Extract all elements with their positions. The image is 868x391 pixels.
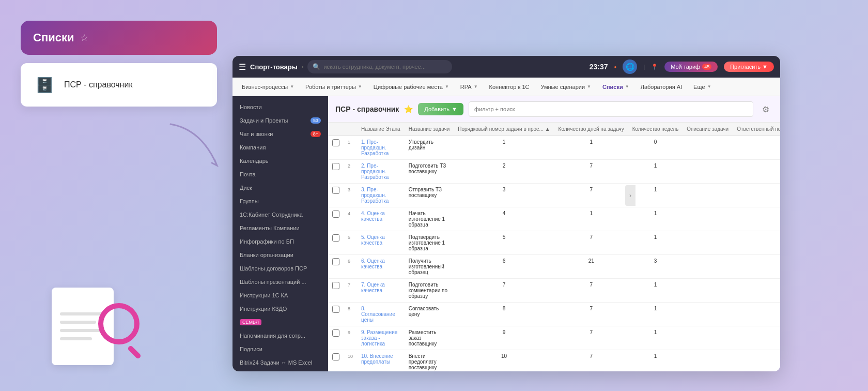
stage-link[interactable]: 5. Оценка качества	[361, 234, 385, 246]
add-button[interactable]: Добавить ▼	[418, 103, 463, 115]
nav-digital-workplaces[interactable]: Цифровые рабочие места ▼	[368, 81, 454, 93]
stage-link[interactable]: 8. Согласование цены	[361, 306, 395, 323]
col-order[interactable]: Порядковый номер задачи в прое... ▲	[454, 123, 554, 136]
cell-description	[683, 160, 733, 184]
table-header-row: Название Этапа Название задачи Порядковы…	[328, 123, 780, 136]
cell-checkbox[interactable]	[328, 231, 344, 255]
sidebar-item-blanks[interactable]: Бланки организации	[233, 248, 328, 262]
nav-smart-scenarios[interactable]: Умные сценарии ▼	[535, 81, 596, 93]
cell-checkbox[interactable]	[328, 326, 344, 350]
left-panel: Списки ☆ 🗄️ ПСР - справочник	[21, 21, 217, 107]
cell-checkbox[interactable]	[328, 207, 344, 231]
cell-days: 1	[554, 207, 628, 231]
globe-button[interactable]: 🌐	[623, 59, 637, 74]
cell-weeks: 1	[628, 326, 683, 350]
cell-checkbox[interactable]	[328, 303, 344, 326]
stage-link[interactable]: 1. Пре-продакшн. Разработка	[361, 139, 389, 156]
cell-task: Утвердить дизайн	[405, 136, 454, 160]
stage-link[interactable]: 10. Внесение предоплаты	[361, 353, 393, 365]
main-window: ☰ Спорт-товары • 🔍 23:37 ● 🌐 | 📍 Мой тар…	[233, 56, 780, 371]
nav-connector-1c[interactable]: Коннектор к 1С	[484, 81, 535, 93]
tariff-button[interactable]: Мой тариф 45	[664, 62, 718, 72]
settings-button[interactable]: ⚙	[758, 102, 773, 116]
sidebar-item-calendar[interactable]: Календарь	[233, 154, 328, 168]
sidebar-item-presentations[interactable]: Шаблоны презентаций ...	[233, 275, 328, 289]
cell-task: Начать изготовление 1 образца	[405, 207, 454, 231]
stage-link[interactable]: 2. Пре-продакшн. Разработка	[361, 163, 389, 180]
cell-order: 5	[454, 231, 554, 255]
stage-link[interactable]: 9. Размещение заказа - логистика	[361, 329, 397, 347]
sidebar-item-infographics[interactable]: Инфографики по БП	[233, 235, 328, 248]
nav-robots[interactable]: Роботы и триттеры ▼	[300, 81, 367, 93]
nav-lists[interactable]: Списки ▼	[597, 81, 634, 93]
nav-label: Ещё	[693, 84, 705, 90]
chevron-down-icon: ▼	[625, 84, 629, 89]
stage-link[interactable]: 6. Оценка качества	[361, 258, 385, 269]
chevron-down-icon: ▼	[358, 84, 362, 89]
cell-weeks: 1	[628, 303, 683, 326]
col-checkbox	[328, 123, 344, 136]
sidebar-item-contracts[interactable]: Шаблоны договоров ПСР	[233, 262, 328, 275]
sidebar-item-reminders[interactable]: Напоминания для сотр...	[233, 329, 328, 342]
nav-ai-lab[interactable]: Лаборатория AI	[636, 81, 687, 93]
cell-num: 5	[344, 231, 357, 255]
sidebar-item-groups[interactable]: Группы	[233, 194, 328, 208]
cell-checkbox[interactable]	[328, 279, 344, 303]
cell-checkbox[interactable]	[328, 160, 344, 184]
cell-task: Подтвердить изготовление 1 образца	[405, 231, 454, 255]
cell-description	[683, 136, 733, 160]
table-container: Название Этапа Название задачи Порядковы…	[328, 123, 780, 371]
stage-link[interactable]: 3. Пре-продакшн. Разработка	[361, 187, 389, 204]
invite-button[interactable]: Пригласить ▼	[724, 62, 774, 72]
psr-card[interactable]: 🗄️ ПСР - справочник	[21, 63, 217, 107]
list-star-icon[interactable]: ⭐	[404, 105, 413, 113]
cell-order: 9	[454, 326, 554, 350]
sidebar-item-instructions-kzdo[interactable]: Инструкции КЗДО	[233, 302, 328, 315]
collapse-arrow[interactable]: ›	[625, 185, 636, 206]
magnifier-handle	[127, 345, 142, 359]
cell-checkbox[interactable]	[328, 350, 344, 372]
search-bar[interactable]: 🔍	[307, 60, 452, 73]
sidebar-item-1c-cabinet[interactable]: 1С:Кабинет Сотрудника	[233, 208, 328, 221]
sidebar-item-news[interactable]: Новости	[233, 100, 328, 114]
sidebar-item-mail[interactable]: Почта	[233, 168, 328, 181]
cell-task: Согласовать цену	[405, 303, 454, 326]
sidebar-item-chat[interactable]: Чат и звонки 8+	[233, 127, 328, 141]
filter-input[interactable]	[469, 101, 753, 117]
stage-link[interactable]: 4. Оценка качества	[361, 210, 385, 222]
sidebar-item-signatures[interactable]: Подписи	[233, 342, 328, 356]
search-input[interactable]	[323, 64, 447, 70]
col-num	[344, 123, 357, 136]
cell-stage: 1. Пре-продакшн. Разработка	[357, 136, 405, 160]
sidebar-item-tasks[interactable]: Задачи и Проекты 53	[233, 114, 328, 127]
cell-stage: 8. Согласование цены	[357, 303, 405, 326]
nav-business-processes[interactable]: Бизнес-процессы ▼	[237, 81, 299, 93]
cell-checkbox[interactable]	[328, 255, 344, 279]
sidebar-item-regulations[interactable]: Регламенты Компании	[233, 221, 328, 235]
sidebar-item-disk[interactable]: Диск	[233, 181, 328, 194]
sidebar-item-label: 1С:Кабинет Сотрудника	[240, 212, 303, 218]
cell-checkbox[interactable]	[328, 136, 344, 160]
sidebar-item-label: Bitrix24 Задачи ↔ MS Excel	[240, 359, 312, 366]
stage-link[interactable]: 7. Оценка качества	[361, 282, 385, 293]
cell-order: 1	[454, 136, 554, 160]
sidebar-item-family[interactable]: СЕМЬЯ	[233, 315, 328, 329]
nav-more[interactable]: Ещё ▼	[688, 81, 716, 93]
cell-stage: 5. Оценка качества	[357, 231, 405, 255]
cell-task: Получить изготовленный образец	[405, 255, 454, 279]
cell-checkbox[interactable]	[328, 184, 344, 207]
hamburger-icon[interactable]: ☰	[239, 62, 246, 72]
star-icon: ☆	[80, 32, 88, 43]
sidebar-item-label: Подписи	[240, 346, 262, 352]
col-days: Количество дней на задачу	[554, 123, 628, 136]
nav-rpa[interactable]: RPA ▼	[455, 81, 483, 93]
sidebar-item-company[interactable]: Компания	[233, 141, 328, 154]
lists-title: Списки	[33, 31, 74, 44]
tasks-badge: 53	[311, 117, 321, 124]
sidebar-item-import-universal[interactable]: Импорт универсальные ...	[233, 369, 328, 371]
doc-line-2	[60, 321, 96, 324]
lists-card[interactable]: Списки ☆	[21, 21, 217, 55]
sidebar-item-bitrix24-excel[interactable]: Bitrix24 Задачи ↔ MS Excel	[233, 356, 328, 369]
sidebar-item-instructions-1c[interactable]: Инструкции 1С КА	[233, 289, 328, 302]
nav-label: Умные сценарии	[540, 84, 585, 90]
